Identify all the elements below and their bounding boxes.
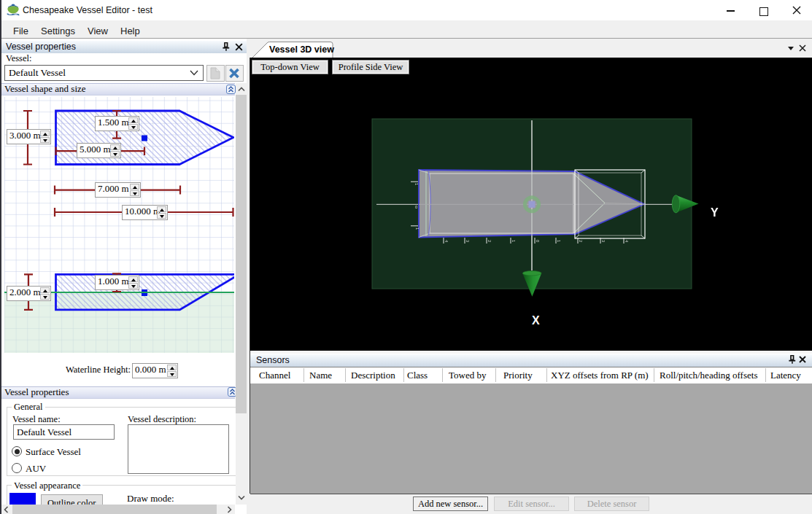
- svg-text:0: 0: [535, 240, 540, 242]
- svg-text:2: 2: [487, 240, 492, 242]
- svg-text:1: 1: [414, 183, 419, 185]
- svg-text:1: 1: [415, 227, 419, 230]
- svg-text:1: 1: [511, 240, 516, 242]
- svg-text:0: 0: [415, 205, 417, 209]
- svg-text:2: 2: [579, 240, 583, 242]
- svg-text:3: 3: [601, 240, 606, 242]
- svg-text:3: 3: [465, 240, 470, 242]
- svg-text:1: 1: [557, 240, 561, 242]
